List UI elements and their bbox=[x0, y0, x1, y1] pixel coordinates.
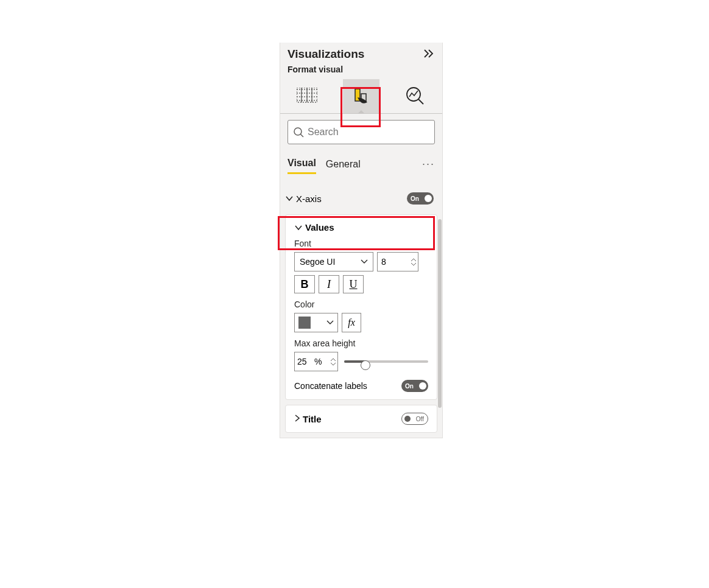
spinner-down-icon[interactable] bbox=[411, 262, 417, 266]
scrollbar[interactable] bbox=[438, 219, 442, 408]
max-area-value[interactable] bbox=[297, 357, 313, 366]
title-header[interactable]: Title bbox=[294, 414, 322, 424]
fx-button[interactable]: fx bbox=[342, 313, 361, 332]
panel-header: Visualizations bbox=[280, 43, 442, 61]
svg-line-13 bbox=[300, 134, 303, 137]
max-area-label: Max area height bbox=[294, 338, 428, 348]
font-size-value[interactable] bbox=[378, 257, 402, 267]
chevron-right-icon bbox=[294, 414, 300, 424]
mode-tabs bbox=[280, 77, 442, 114]
color-label: Color bbox=[294, 299, 428, 309]
font-family-select[interactable]: Segoe UI bbox=[294, 252, 373, 271]
panel-subtitle: Format visual bbox=[280, 61, 442, 77]
toggle-knob bbox=[404, 416, 411, 422]
values-card: Values Font Segoe UI B I U Color bbox=[285, 214, 437, 400]
xaxis-section-header[interactable]: X-axis On bbox=[280, 183, 442, 214]
chevron-down-icon bbox=[294, 223, 303, 233]
analytics-tab[interactable] bbox=[397, 79, 434, 113]
chevron-down-icon bbox=[326, 320, 334, 325]
search-input[interactable] bbox=[308, 127, 429, 138]
visualizations-panel: Visualizations Format visual bbox=[280, 43, 443, 438]
collapse-panel-button[interactable] bbox=[424, 48, 435, 61]
color-swatch bbox=[298, 317, 311, 329]
toggle-knob bbox=[419, 382, 426, 390]
format-visual-tab[interactable] bbox=[343, 79, 379, 113]
max-area-slider[interactable] bbox=[344, 355, 428, 368]
concatenate-toggle-label: On bbox=[405, 383, 414, 390]
spinner-up-icon[interactable] bbox=[330, 358, 336, 362]
font-size-input[interactable] bbox=[377, 252, 418, 271]
spinner-down-icon[interactable] bbox=[330, 362, 336, 366]
xaxis-toggle[interactable]: On bbox=[407, 192, 434, 205]
title-toggle-label: Off bbox=[416, 416, 424, 422]
tab-more-button[interactable]: ··· bbox=[422, 158, 435, 170]
concatenate-label: Concatenate labels bbox=[294, 381, 367, 391]
title-card: Title Off bbox=[285, 405, 437, 433]
values-header[interactable]: Values bbox=[294, 222, 428, 233]
font-label: Font bbox=[294, 239, 428, 248]
build-visual-tab[interactable] bbox=[289, 79, 325, 113]
concatenate-toggle[interactable]: On bbox=[401, 380, 428, 392]
search-box[interactable] bbox=[287, 120, 435, 144]
chevron-down-icon bbox=[285, 194, 294, 203]
font-family-value: Segoe UI bbox=[300, 257, 335, 267]
panel-title: Visualizations bbox=[287, 47, 364, 61]
values-label: Values bbox=[305, 222, 334, 233]
xaxis-label: X-axis bbox=[296, 194, 322, 204]
slider-track bbox=[344, 360, 428, 363]
format-tabs: Visual General ··· bbox=[280, 150, 442, 174]
italic-button[interactable]: I bbox=[319, 275, 339, 293]
title-label: Title bbox=[303, 414, 322, 424]
spinner-up-icon[interactable] bbox=[411, 258, 417, 262]
title-toggle[interactable]: Off bbox=[401, 413, 428, 425]
chevron-down-icon bbox=[361, 259, 368, 264]
bold-button[interactable]: B bbox=[294, 275, 315, 293]
max-area-input[interactable]: % bbox=[294, 352, 338, 371]
underline-button[interactable]: U bbox=[343, 275, 364, 293]
slider-thumb[interactable] bbox=[361, 360, 370, 370]
color-picker[interactable] bbox=[294, 313, 338, 332]
search-wrap bbox=[280, 114, 442, 150]
search-icon bbox=[293, 127, 304, 138]
xaxis-toggle-label: On bbox=[411, 195, 419, 202]
toggle-knob bbox=[425, 195, 432, 202]
tab-visual[interactable]: Visual bbox=[287, 154, 316, 174]
svg-line-11 bbox=[418, 99, 423, 104]
tab-general[interactable]: General bbox=[326, 155, 361, 173]
percent-sign: % bbox=[314, 357, 322, 366]
